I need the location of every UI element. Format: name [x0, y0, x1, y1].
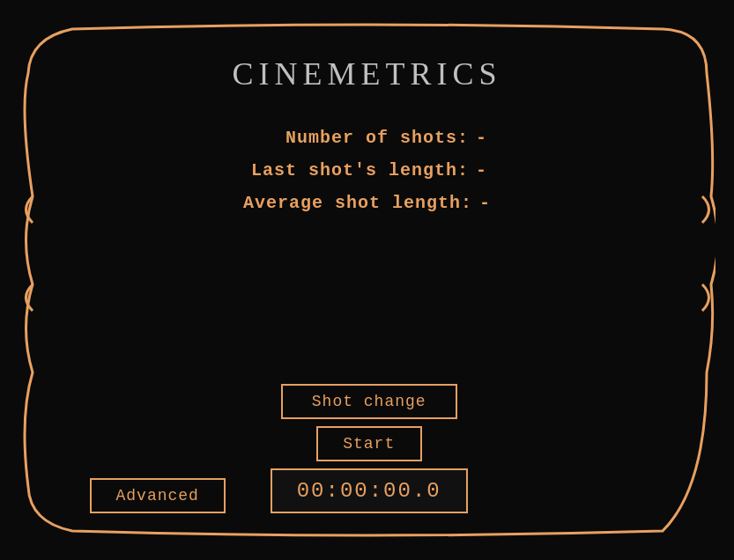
main-frame: CINEMETRICS Number of shots: - Last shot…	[19, 20, 715, 540]
start-button[interactable]: Start	[316, 426, 422, 461]
bottom-row: Advanced Shot change Start 00:00:00.0	[72, 384, 663, 513]
average-shot-length-row: Average shot length: -	[243, 193, 491, 213]
number-of-shots-label: Number of shots:	[247, 128, 476, 148]
app-title: CINEMETRICS	[232, 55, 501, 92]
timer-display: 00:00:00.0	[271, 468, 468, 513]
number-of-shots-row: Number of shots: -	[247, 128, 487, 148]
last-shot-length-row: Last shot's length: -	[247, 160, 487, 181]
advanced-button[interactable]: Advanced	[90, 478, 226, 513]
stats-section: Number of shots: - Last shot's length: -…	[72, 128, 663, 213]
number-of-shots-value: -	[476, 128, 487, 148]
last-shot-length-value: -	[476, 160, 487, 181]
shot-change-button[interactable]: Shot change	[281, 384, 457, 419]
average-shot-length-label: Average shot length:	[243, 193, 479, 213]
last-shot-length-label: Last shot's length:	[247, 160, 476, 181]
center-controls: Shot change Start 00:00:00.0	[271, 384, 468, 513]
average-shot-length-value: -	[479, 193, 491, 213]
